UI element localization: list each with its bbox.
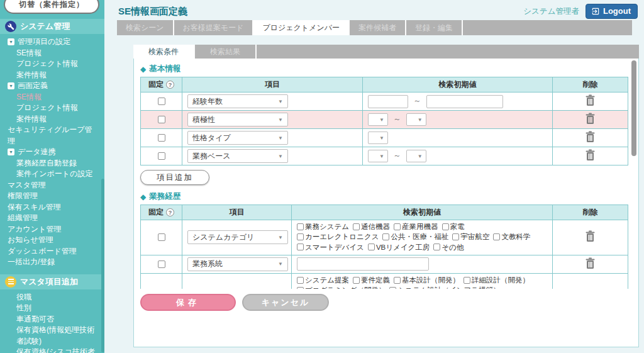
screen-tab[interactable]: 案件候補者 bbox=[350, 20, 406, 35]
checkbox[interactable] bbox=[353, 277, 360, 284]
fixed-checkbox[interactable] bbox=[158, 233, 165, 241]
trash-icon[interactable] bbox=[585, 94, 596, 108]
checkbox[interactable] bbox=[389, 287, 396, 289]
sidebar-item[interactable]: 役職 bbox=[0, 292, 104, 303]
item-select[interactable]: 業務ベース▼ bbox=[187, 149, 288, 163]
cancel-button[interactable]: キャンセル bbox=[242, 294, 329, 311]
switch-case-button[interactable]: 切替（案件指定） bbox=[4, 0, 99, 14]
chevron-down-icon[interactable]: ▼ bbox=[8, 82, 14, 89]
sidebar-item[interactable]: 案件情報 bbox=[0, 70, 104, 81]
sidebar-item[interactable]: 車通勤可否 bbox=[0, 314, 104, 325]
fixed-checkbox[interactable] bbox=[158, 98, 165, 105]
checkbox-option[interactable]: 家電 bbox=[442, 222, 465, 232]
item-select[interactable]: 経験年数▼ bbox=[187, 94, 288, 108]
value-input[interactable] bbox=[297, 257, 429, 271]
sidebar-item[interactable]: プロジェクト情報 bbox=[0, 103, 104, 114]
checkbox-option[interactable]: その他 bbox=[433, 243, 464, 252]
sidebar-item[interactable]: 案件インポートの設定 bbox=[0, 169, 104, 180]
trash-icon[interactable] bbox=[585, 149, 596, 163]
sidebar-item[interactable]: 組織管理 bbox=[0, 213, 104, 224]
checkbox-option[interactable]: 文教科学 bbox=[493, 232, 530, 242]
sidebar-item[interactable]: ▼管理項目の設定 bbox=[0, 36, 104, 48]
sidebar-item[interactable]: マスタ管理 bbox=[0, 180, 104, 191]
checkbox[interactable] bbox=[382, 233, 389, 240]
sidebar-item[interactable]: ▼データ連携 bbox=[0, 147, 104, 158]
screen-tab[interactable]: 登録・編集 bbox=[406, 20, 463, 35]
chevron-down-icon[interactable]: ▼ bbox=[8, 148, 14, 155]
sidebar-item[interactable]: セキュリティグループ管理 bbox=[0, 125, 104, 147]
fixed-checkbox[interactable] bbox=[158, 152, 165, 160]
sidebar-item[interactable]: 一括出力/登録 bbox=[0, 257, 104, 268]
sidebar-item[interactable]: お知らせ管理 bbox=[0, 235, 104, 246]
panel-scrollbar-thumb[interactable] bbox=[631, 60, 636, 156]
range-from-select[interactable]: ▼ bbox=[368, 113, 388, 126]
search-tab[interactable]: 検索条件 bbox=[133, 45, 195, 59]
checkbox-option[interactable]: 宇宙航空 bbox=[452, 232, 489, 242]
checkbox[interactable] bbox=[493, 233, 500, 240]
fixed-checkbox[interactable] bbox=[158, 261, 165, 268]
item-select[interactable]: 業務系統▼ bbox=[187, 257, 288, 271]
checkbox-option[interactable]: 公共・医療・福祉 bbox=[382, 232, 448, 242]
checkbox-option[interactable]: システム設計（インフラ構築） bbox=[389, 286, 500, 289]
search-tab[interactable]: 検索結果 bbox=[195, 45, 257, 59]
checkbox[interactable] bbox=[394, 277, 401, 284]
checkbox[interactable] bbox=[297, 233, 304, 240]
fixed-checkbox[interactable] bbox=[158, 116, 165, 123]
checkbox-option[interactable]: 要件定義 bbox=[353, 276, 390, 285]
sidebar-item[interactable]: 保有資格(情報処理技術者試験) bbox=[0, 325, 104, 347]
sidebar-item[interactable]: 保有スキル管理 bbox=[0, 202, 104, 213]
sidebar-item[interactable]: 性別 bbox=[0, 303, 104, 314]
sidebar-item[interactable]: SE情報 bbox=[0, 92, 104, 103]
screen-tab[interactable]: お客様提案モード bbox=[174, 20, 254, 35]
save-button[interactable]: 保存 bbox=[140, 294, 236, 311]
checkbox-option[interactable]: 産業用機器 bbox=[394, 222, 438, 232]
sidebar-item[interactable]: 保有資格(シスコ技術者認定資格) bbox=[0, 347, 104, 353]
panel-scrollbar[interactable] bbox=[631, 60, 636, 287]
item-select[interactable]: システムカテゴリ▼ bbox=[187, 230, 288, 244]
fixed-checkbox[interactable] bbox=[158, 134, 165, 142]
checkbox-option[interactable]: 通信機器 bbox=[353, 222, 390, 232]
item-select[interactable]: 積極性▼ bbox=[187, 113, 288, 126]
trash-icon[interactable] bbox=[585, 113, 596, 126]
sidebar-item[interactable]: 権限管理 bbox=[0, 191, 104, 202]
sidebar-item[interactable]: アカウント管理 bbox=[0, 224, 104, 235]
screen-tab[interactable]: プロジェクトメンバー bbox=[253, 20, 350, 35]
checkbox-option[interactable]: システム提案 bbox=[297, 276, 349, 285]
checkbox-option[interactable]: 基本設計（開発） bbox=[394, 276, 460, 285]
checkbox[interactable] bbox=[368, 244, 375, 250]
trash-icon[interactable] bbox=[585, 131, 596, 145]
add-item-button[interactable]: 項目追加 bbox=[140, 170, 209, 185]
value-select[interactable]: ▼ bbox=[368, 132, 388, 144]
sidebar-item[interactable]: プロジェクト情報 bbox=[0, 59, 104, 70]
range-from-select[interactable]: ▼ bbox=[368, 150, 388, 162]
screen-tab[interactable]: 検索シーン bbox=[117, 20, 174, 35]
checkbox[interactable] bbox=[394, 223, 401, 230]
sidebar-item[interactable]: ダッシュボード管理 bbox=[0, 246, 104, 257]
checkbox[interactable] bbox=[297, 244, 304, 250]
sidebar-item[interactable]: 案件情報 bbox=[0, 114, 104, 125]
checkbox[interactable] bbox=[433, 244, 440, 250]
checkbox[interactable] bbox=[464, 277, 470, 284]
sidebar-section-master-items[interactable]: マスタ項目追加 bbox=[0, 274, 104, 289]
item-select[interactable]: 性格タイプ▼ bbox=[187, 131, 288, 145]
range-from-input[interactable] bbox=[368, 95, 408, 108]
checkbox-option[interactable]: VBリメイク工房 bbox=[368, 243, 430, 252]
checkbox[interactable] bbox=[297, 223, 304, 230]
logout-button[interactable]: Logout bbox=[586, 4, 638, 19]
checkbox-option[interactable]: 業務システム bbox=[297, 222, 349, 232]
help-icon[interactable]: ? bbox=[166, 81, 174, 89]
range-to-select[interactable]: ▼ bbox=[406, 113, 426, 126]
checkbox[interactable] bbox=[297, 277, 304, 284]
checkbox[interactable] bbox=[297, 287, 304, 289]
sidebar-item[interactable]: 業務経歴自動登録 bbox=[0, 158, 104, 169]
checkbox-option[interactable]: スマートデバイス bbox=[297, 243, 364, 252]
trash-icon[interactable] bbox=[585, 230, 596, 244]
range-to-input[interactable] bbox=[426, 95, 503, 108]
checkbox[interactable] bbox=[452, 233, 459, 240]
checkbox-option[interactable]: 詳細設計（開発） bbox=[464, 276, 530, 285]
checkbox[interactable] bbox=[442, 223, 449, 230]
checkbox-option[interactable]: プログラミング（開発） bbox=[297, 286, 386, 289]
chevron-down-icon[interactable]: ▼ bbox=[8, 38, 14, 45]
trash-icon[interactable] bbox=[585, 257, 596, 271]
help-icon[interactable]: ? bbox=[166, 208, 174, 216]
